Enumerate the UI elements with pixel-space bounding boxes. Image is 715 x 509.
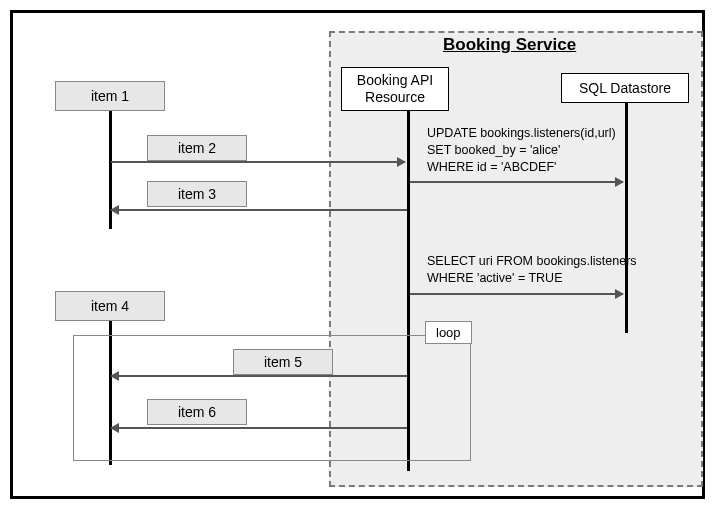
arrow-sql-select	[410, 293, 623, 295]
participant-item1: item 1	[55, 81, 165, 111]
sql-update-line3: WHERE id = 'ABCDEF'	[427, 159, 616, 176]
message-item6-box: item 6	[147, 399, 247, 425]
participant-sql-datastore: SQL Datastore	[561, 73, 689, 103]
sql-select-line2: WHERE 'active' = TRUE	[427, 270, 637, 287]
participant-item4: item 4	[55, 291, 165, 321]
message-item3-label: item 3	[178, 186, 216, 202]
arrow-sql-update	[410, 181, 623, 183]
arrow-item3	[111, 209, 407, 211]
diagram-frame: Booking Service item 1 Booking API Resou…	[10, 10, 705, 499]
lifeline-sql-datastore	[625, 103, 628, 333]
sql-update-text: UPDATE bookings.listeners(id,url) SET bo…	[427, 125, 616, 176]
participant-item1-label: item 1	[91, 88, 129, 104]
sql-update-line1: UPDATE bookings.listeners(id,url)	[427, 125, 616, 142]
sql-update-line2: SET booked_by = 'alice'	[427, 142, 616, 159]
participant-booking-api: Booking API Resource	[341, 67, 449, 111]
loop-label-text: loop	[436, 325, 461, 340]
message-item3-box: item 3	[147, 181, 247, 207]
participant-item4-label: item 4	[91, 298, 129, 314]
sql-select-text: SELECT uri FROM bookings.listeners WHERE…	[427, 253, 637, 287]
booking-service-title: Booking Service	[443, 35, 576, 55]
message-item2-label: item 2	[178, 140, 216, 156]
message-item6-label: item 6	[178, 404, 216, 420]
arrow-item5	[111, 375, 407, 377]
participant-sql-datastore-label: SQL Datastore	[579, 80, 671, 96]
message-item5-label: item 5	[264, 354, 302, 370]
participant-booking-api-label: Booking API Resource	[350, 72, 440, 107]
message-item2-box: item 2	[147, 135, 247, 161]
loop-label: loop	[425, 321, 472, 344]
sql-select-line1: SELECT uri FROM bookings.listeners	[427, 253, 637, 270]
arrow-item6	[111, 427, 407, 429]
message-item5-box: item 5	[233, 349, 333, 375]
arrow-item2	[111, 161, 405, 163]
